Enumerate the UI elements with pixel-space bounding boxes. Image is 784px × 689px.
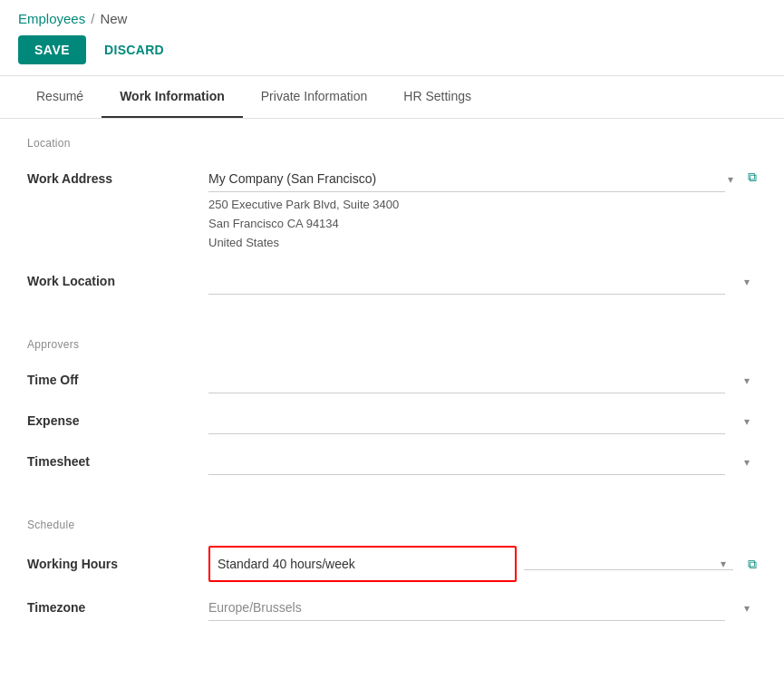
time-off-input[interactable] xyxy=(208,367,725,393)
expense-select-wrapper: ▾ xyxy=(208,408,757,434)
tab-hr-settings[interactable]: HR Settings xyxy=(385,76,489,118)
timesheet-row: Timesheet ▾ xyxy=(27,442,757,482)
work-address-row: Work Address ▾ 250 Executive Park Blvd, … xyxy=(27,159,757,261)
work-location-select-wrapper: ▾ xyxy=(208,268,757,295)
time-off-row: Time Off ▾ xyxy=(27,360,757,401)
timezone-row: Timezone Europe/Brussels ▾ xyxy=(27,587,757,628)
work-address-details: 250 Executive Park Blvd, Suite 3400 San … xyxy=(208,192,740,254)
action-bar: SAVE DISCARD xyxy=(18,35,766,75)
working-hours-external-link[interactable]: ⧉ xyxy=(748,557,757,572)
working-hours-highlight-box xyxy=(208,546,517,582)
section-approvers-label: Approvers xyxy=(27,320,757,360)
breadcrumb: Employees / New xyxy=(18,11,766,26)
section-schedule-label: Schedule xyxy=(27,500,757,540)
timesheet-select-wrapper: ▾ xyxy=(208,449,757,475)
tab-work-information[interactable]: Work Information xyxy=(102,76,243,118)
work-address-input[interactable] xyxy=(208,166,725,192)
working-hours-right: ▾ ⧉ xyxy=(208,546,757,582)
expense-row: Expense ▾ xyxy=(27,401,757,442)
timezone-select[interactable]: Europe/Brussels xyxy=(208,595,725,621)
tab-resume[interactable]: Resumé xyxy=(18,76,102,118)
expense-dropdown-icon: ▾ xyxy=(744,415,750,428)
work-location-value: ▾ xyxy=(208,268,757,295)
work-address-select-wrapper: ▾ xyxy=(208,166,740,192)
working-hours-row: Working Hours ▾ ⧉ xyxy=(27,540,757,587)
main-content: Location Work Address ▾ 250 Executive Pa… xyxy=(0,119,784,628)
time-off-value: ▾ xyxy=(208,367,757,393)
work-location-input[interactable] xyxy=(208,268,725,295)
discard-button[interactable]: DISCARD xyxy=(95,35,173,64)
work-address-value: ▾ 250 Executive Park Blvd, Suite 3400 Sa… xyxy=(208,166,740,254)
address-line3: United States xyxy=(208,234,740,253)
work-address-dropdown-icon: ▾ xyxy=(728,173,733,186)
timezone-select-wrapper: Europe/Brussels ▾ xyxy=(208,595,757,621)
breadcrumb-separator: / xyxy=(91,11,94,26)
timesheet-dropdown-icon: ▾ xyxy=(744,456,750,469)
working-hours-input[interactable] xyxy=(218,551,508,577)
work-address-external-link[interactable]: ⧉ xyxy=(748,166,757,185)
timesheet-label: Timesheet xyxy=(27,449,208,469)
timesheet-input[interactable] xyxy=(208,449,725,475)
address-line1: 250 Executive Park Blvd, Suite 3400 xyxy=(208,196,740,215)
save-button[interactable]: SAVE xyxy=(18,35,86,64)
breadcrumb-employees-link[interactable]: Employees xyxy=(18,11,85,26)
breadcrumb-current: New xyxy=(100,11,127,26)
section-location-label: Location xyxy=(27,119,757,159)
work-location-dropdown-icon: ▾ xyxy=(744,276,750,288)
work-location-row: Work Location ▾ xyxy=(27,261,757,302)
tab-bar: Resumé Work Information Private Informat… xyxy=(0,76,784,119)
work-location-label: Work Location xyxy=(27,268,208,288)
work-address-label: Work Address xyxy=(27,166,208,186)
address-line2: San Francisco CA 94134 xyxy=(208,215,740,234)
timezone-value: Europe/Brussels ▾ xyxy=(208,595,757,621)
expense-label: Expense xyxy=(27,408,208,428)
expense-value: ▾ xyxy=(208,408,757,434)
tab-private-information[interactable]: Private Information xyxy=(243,76,386,118)
time-off-label: Time Off xyxy=(27,367,208,387)
working-hours-label: Working Hours xyxy=(27,557,208,571)
time-off-select-wrapper: ▾ xyxy=(208,367,757,393)
timesheet-value: ▾ xyxy=(208,449,757,475)
time-off-dropdown-icon: ▾ xyxy=(744,374,750,387)
expense-input[interactable] xyxy=(208,408,725,434)
working-hours-dropdown-icon: ▾ xyxy=(721,558,726,570)
timezone-label: Timezone xyxy=(27,595,208,615)
timezone-dropdown-icon: ▾ xyxy=(744,602,750,615)
